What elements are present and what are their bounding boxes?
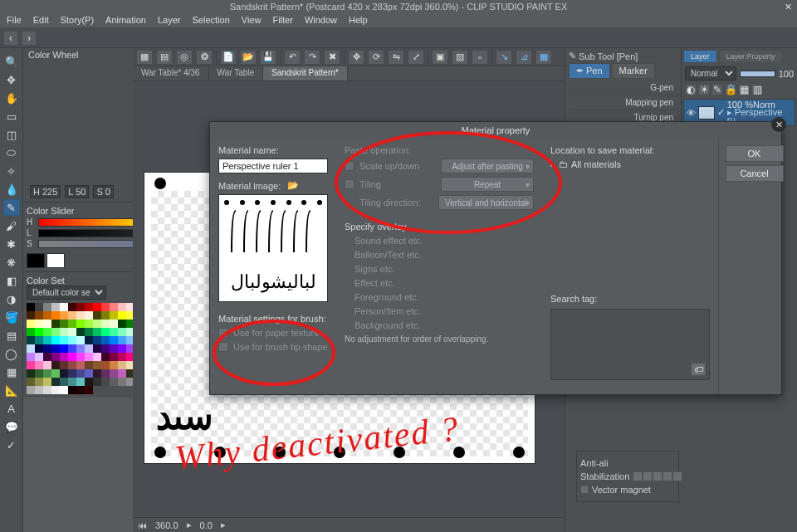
swatch[interactable] xyxy=(110,353,118,361)
folder-icon[interactable]: 📂 xyxy=(287,180,299,191)
menu-filter[interactable]: Filter xyxy=(267,13,297,27)
search-tag-box[interactable]: 🏷 xyxy=(550,309,710,380)
sel-inv-icon[interactable]: ▧ xyxy=(452,50,468,65)
open-icon[interactable]: 📂 xyxy=(240,50,257,65)
swatch[interactable] xyxy=(118,303,126,311)
clip-icon[interactable]: ◎ xyxy=(176,50,193,65)
fg-color-swatch[interactable] xyxy=(27,253,45,268)
figure-icon[interactable]: ◯ xyxy=(3,345,20,362)
spiral-icon[interactable]: ❂ xyxy=(196,50,213,65)
swatch[interactable] xyxy=(101,336,110,344)
swatch[interactable] xyxy=(93,311,101,320)
eyedropper-icon[interactable]: 💧 xyxy=(3,181,20,198)
undo-icon[interactable]: ↶ xyxy=(284,50,301,65)
swatch[interactable] xyxy=(43,344,51,353)
swatch[interactable] xyxy=(85,303,93,311)
swatch[interactable] xyxy=(35,344,43,353)
rotmove-icon[interactable]: ✥ xyxy=(348,50,364,65)
subtool-item[interactable]: G-pen xyxy=(569,81,678,95)
swatch[interactable] xyxy=(60,361,68,369)
swatch[interactable] xyxy=(60,320,68,328)
eye-icon[interactable]: 👁 xyxy=(687,108,696,118)
swatch[interactable] xyxy=(27,369,35,378)
swatch[interactable] xyxy=(43,311,51,320)
swatch[interactable] xyxy=(76,344,85,353)
rotate-icon[interactable]: ⟳ xyxy=(368,50,384,65)
swatch[interactable] xyxy=(60,353,68,361)
material-name-input[interactable] xyxy=(218,159,328,173)
swatch[interactable] xyxy=(27,303,35,311)
tab-layer[interactable]: Layer xyxy=(683,50,717,63)
swatch[interactable] xyxy=(93,303,101,311)
swatch[interactable] xyxy=(110,361,118,369)
swatch[interactable] xyxy=(68,328,76,336)
swatch[interactable] xyxy=(51,386,60,394)
swatch[interactable] xyxy=(110,303,118,311)
swatch[interactable] xyxy=(101,369,110,378)
swatch[interactable] xyxy=(118,378,126,386)
wand-icon[interactable]: ✧ xyxy=(3,163,20,179)
swatch[interactable] xyxy=(93,344,101,353)
swatch[interactable] xyxy=(76,353,85,361)
lock-icon[interactable]: 🔒 xyxy=(725,84,736,95)
swatch[interactable] xyxy=(51,369,60,378)
arrow-right-icon[interactable]: › xyxy=(22,31,37,46)
swatch[interactable] xyxy=(60,378,68,386)
close-icon[interactable]: ✕ xyxy=(771,117,786,132)
swatch[interactable] xyxy=(110,344,118,353)
menu-help[interactable]: Help xyxy=(344,13,373,27)
swatch[interactable] xyxy=(76,320,85,328)
move-icon[interactable]: ✥ xyxy=(3,71,20,88)
swatch[interactable] xyxy=(110,369,118,378)
swatch[interactable] xyxy=(68,311,76,320)
swatch[interactable] xyxy=(85,344,93,353)
menu-story[interactable]: Story(P) xyxy=(56,13,99,27)
swatch[interactable] xyxy=(60,344,68,353)
swatch[interactable] xyxy=(93,353,101,361)
swatch[interactable] xyxy=(27,353,35,361)
swatch[interactable] xyxy=(35,303,43,311)
scale-icon[interactable]: ⤢ xyxy=(408,50,424,65)
swatch[interactable] xyxy=(118,320,126,328)
swatch[interactable] xyxy=(43,378,51,386)
swatch[interactable] xyxy=(43,328,51,336)
swatch[interactable] xyxy=(101,303,110,311)
tree-root[interactable]: All materials xyxy=(571,159,621,169)
close-icon[interactable]: ✕ xyxy=(782,0,794,12)
swatch[interactable] xyxy=(68,353,76,361)
dialog-title-bar[interactable]: Material property ✕ xyxy=(210,122,781,139)
menu-file[interactable]: File xyxy=(2,13,27,27)
swatch[interactable] xyxy=(43,361,51,369)
subtool-tab-pen[interactable]: ✒Pen xyxy=(569,63,610,79)
swatch[interactable] xyxy=(27,344,35,353)
balloon-icon[interactable]: 💬 xyxy=(3,418,20,435)
swatch[interactable] xyxy=(35,328,43,336)
swatch[interactable] xyxy=(68,386,76,394)
swatch[interactable] xyxy=(101,353,110,361)
swatch[interactable] xyxy=(51,336,60,344)
swatch[interactable] xyxy=(110,311,118,320)
draft-icon[interactable]: ✎ xyxy=(711,84,723,95)
swatch[interactable] xyxy=(85,336,93,344)
swatch[interactable] xyxy=(60,386,68,394)
swatch[interactable] xyxy=(118,344,126,353)
swatch[interactable] xyxy=(35,336,43,344)
clear-icon[interactable]: ✖ xyxy=(324,50,340,65)
ruler-vis-icon[interactable]: ▦ xyxy=(738,84,750,95)
swatch[interactable] xyxy=(43,369,51,378)
swatch[interactable] xyxy=(51,378,60,386)
swatch[interactable] xyxy=(35,353,43,361)
marquee-icon[interactable]: ◫ xyxy=(3,126,20,143)
swatch[interactable] xyxy=(68,303,76,311)
menu-selection[interactable]: Selection xyxy=(188,13,235,27)
swatch[interactable] xyxy=(51,361,60,369)
layout-icon[interactable]: ▤ xyxy=(156,50,173,65)
pen-icon[interactable]: ✎ xyxy=(3,199,20,216)
subtool-item[interactable]: Mapping pen xyxy=(569,95,678,110)
swatch[interactable] xyxy=(85,320,93,328)
swatch[interactable] xyxy=(68,361,76,369)
swatch[interactable] xyxy=(76,311,85,320)
chevron-right-icon[interactable]: ▸ xyxy=(550,159,555,169)
menu-window[interactable]: Window xyxy=(300,13,342,27)
decoration-icon[interactable]: ❋ xyxy=(3,254,20,271)
